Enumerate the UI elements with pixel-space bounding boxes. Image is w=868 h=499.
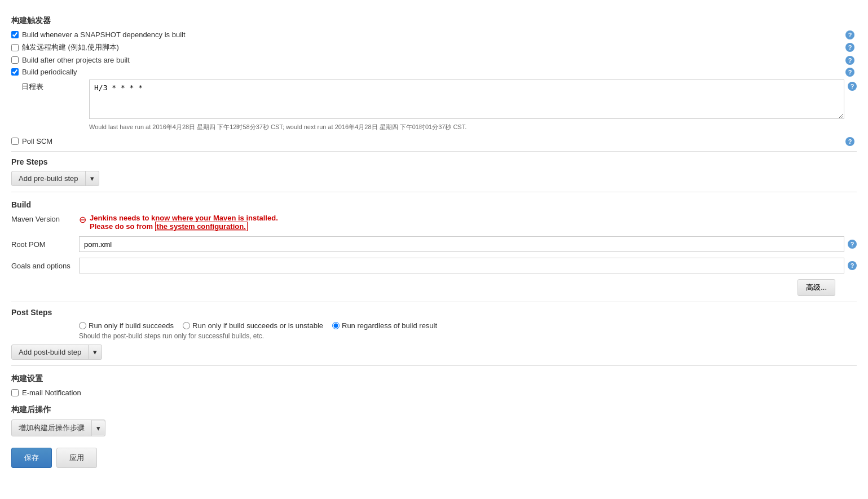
email-notification-checkbox[interactable] (11, 389, 19, 396)
maven-error-content: ⊖ Jenkins needs to know where your Maven… (79, 214, 278, 231)
trigger-label-1[interactable]: Build whenever a SNAPSHOT dependency is … (11, 30, 186, 39)
add-pre-build-step-caret: ▾ (86, 171, 99, 186)
trigger-label-4[interactable]: Build periodically (11, 68, 77, 76)
trigger-help-1[interactable]: ? (845, 30, 854, 39)
add-pre-build-step-label: Add pre-build step (12, 171, 86, 186)
divider-1 (11, 151, 857, 152)
trigger-row-4: Build periodically ? (11, 68, 857, 76)
post-steps-title: Post Steps (11, 308, 857, 317)
schedule-row: 日程表 H/3 * * * * Would last have run at 2… (21, 80, 857, 131)
build-settings-title: 构建设置 (11, 374, 857, 384)
trigger-help-4[interactable]: ? (845, 68, 854, 77)
add-post-build-step-label: Add post-build step (12, 345, 89, 359)
poll-scm-text: Poll SCM (22, 137, 52, 145)
advanced-button[interactable]: 高级... (797, 279, 835, 296)
maven-error-prefix: Please do so from (90, 222, 155, 231)
pre-steps-title: Pre Steps (11, 157, 857, 166)
radio-1[interactable] (79, 322, 86, 329)
system-config-link[interactable]: the system configuration. (155, 222, 248, 231)
build-section-title: Build (11, 200, 857, 209)
triggers-section-title: 构建触发器 (11, 16, 857, 26)
add-post-build-step-button[interactable]: Add post-build step ▾ (11, 345, 102, 360)
trigger-text-3: Build after other projects are built (22, 56, 130, 64)
trigger-help-2[interactable]: ? (845, 43, 854, 52)
divider-3 (11, 302, 857, 302)
trigger-label-2[interactable]: 触发远程构建 (例如,使用脚本) (11, 42, 119, 52)
radio-3[interactable] (332, 322, 340, 329)
goals-label: Goals and options (11, 262, 79, 270)
trigger-text-1: Build whenever a SNAPSHOT dependency is … (22, 30, 186, 39)
trigger-text-4: Build periodically (22, 68, 77, 76)
goals-input[interactable] (79, 258, 844, 273)
post-steps-hint: Should the post-build steps run only for… (79, 332, 857, 340)
trigger-row-2: 触发远程构建 (例如,使用脚本) ? (11, 42, 857, 52)
apply-button[interactable]: 应用 (56, 448, 97, 468)
build-actions-title: 构建后操作 (11, 405, 857, 415)
email-notification-text: E-mail Notification (22, 388, 81, 397)
add-post-build-step-caret: ▾ (89, 345, 102, 359)
add-build-action-caret: ▾ (92, 421, 105, 435)
root-pom-input[interactable]: pom.xml (79, 236, 844, 252)
error-icon: ⊖ (79, 214, 86, 225)
trigger-checkbox-3[interactable] (11, 56, 19, 64)
poll-scm-checkbox[interactable] (11, 138, 19, 145)
maven-error-line1: Jenkins needs to know where your Maven i… (90, 214, 278, 222)
add-build-action-button[interactable]: 增加构建后操作步骤 ▾ (11, 419, 105, 436)
trigger-checkbox-4[interactable] (11, 68, 19, 76)
maven-version-row: Maven Version ⊖ Jenkins needs to know wh… (11, 214, 857, 231)
radio-text-2: Run only if build succeeds or is unstabl… (192, 321, 323, 330)
radio-label-1[interactable]: Run only if build succeeds (79, 321, 174, 330)
add-build-action-label: 增加构建后操作步骤 (12, 420, 92, 436)
poll-scm-row: Poll SCM ? (11, 137, 857, 145)
save-button[interactable]: 保存 (11, 448, 52, 468)
radio-text-3: Run regardless of build result (342, 321, 437, 330)
radio-text-1: Run only if build succeeds (89, 321, 174, 330)
poll-scm-label[interactable]: Poll SCM (11, 137, 52, 145)
trigger-row-3: Build after other projects are built ? (11, 56, 857, 64)
advanced-btn-container: 高级... (11, 279, 840, 296)
add-pre-build-step-button[interactable]: Add pre-build step ▾ (11, 171, 99, 186)
radio-label-3[interactable]: Run regardless of build result (332, 321, 437, 330)
trigger-label-3[interactable]: Build after other projects are built (11, 56, 130, 64)
schedule-help[interactable]: ? (848, 82, 857, 91)
page-container: 构建触发器 Build whenever a SNAPSHOT dependen… (0, 0, 868, 499)
trigger-text-2: 触发远程构建 (例如,使用脚本) (22, 42, 119, 52)
radio-2[interactable] (183, 322, 190, 329)
trigger-help-3[interactable]: ? (845, 56, 854, 65)
radio-label-2[interactable]: Run only if build succeeds or is unstabl… (183, 321, 323, 330)
schedule-label: 日程表 (21, 80, 89, 92)
maven-error-text: Jenkins needs to know where your Maven i… (90, 214, 278, 231)
root-pom-help[interactable]: ? (848, 240, 857, 249)
footer-buttons: 保存 应用 (11, 448, 857, 468)
email-notification-row: E-mail Notification (11, 388, 857, 397)
post-steps-radio-group: Run only if build succeeds Run only if b… (79, 321, 857, 330)
root-pom-row: Root POM pom.xml ? (11, 236, 857, 252)
email-notification-label[interactable]: E-mail Notification (11, 388, 81, 397)
divider-4 (11, 365, 857, 366)
divider-2 (11, 192, 857, 192)
maven-version-label: Maven Version (11, 214, 79, 223)
goals-help[interactable]: ? (848, 261, 857, 270)
poll-scm-help[interactable]: ? (845, 137, 854, 146)
schedule-hint: Would last have run at 2016年4月28日 星期四 下午… (89, 123, 844, 131)
schedule-content: H/3 * * * * Would last have run at 2016年… (89, 80, 844, 131)
trigger-checkbox-2[interactable] (11, 44, 19, 51)
maven-error-line2: Please do so from the system configurati… (90, 222, 278, 231)
goals-row: Goals and options ? (11, 258, 857, 273)
root-pom-label: Root POM (11, 240, 79, 249)
trigger-checkbox-1[interactable] (11, 31, 19, 38)
trigger-row-1: Build whenever a SNAPSHOT dependency is … (11, 30, 857, 39)
schedule-textarea[interactable]: H/3 * * * * (89, 80, 844, 119)
